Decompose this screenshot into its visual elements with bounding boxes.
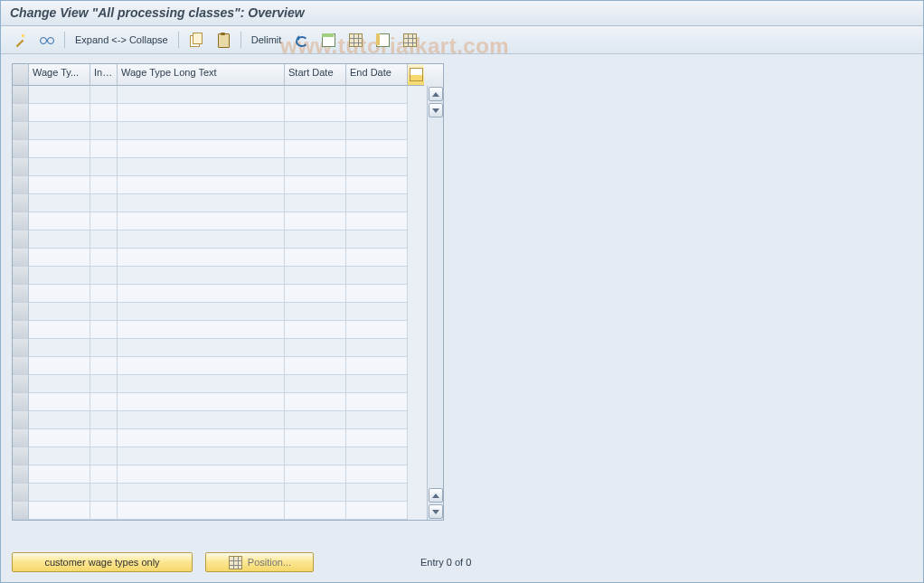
cell-start-date[interactable]: [285, 411, 346, 429]
cell-wage-type[interactable]: [29, 393, 90, 411]
row-selector[interactable]: [13, 267, 29, 285]
table-row[interactable]: [13, 212, 427, 230]
cell-end-date[interactable]: [346, 303, 408, 321]
cell-wage-type[interactable]: [29, 465, 90, 484]
cell-inf[interactable]: [90, 140, 118, 158]
cell-long-text[interactable]: [118, 158, 285, 176]
cell-start-date[interactable]: [285, 484, 346, 502]
cell-inf[interactable]: [90, 339, 118, 357]
cell-wage-type[interactable]: [29, 212, 90, 230]
cell-long-text[interactable]: [118, 267, 285, 285]
cell-long-text[interactable]: [118, 393, 285, 411]
cell-inf[interactable]: [90, 267, 118, 285]
cell-end-date[interactable]: [346, 158, 408, 176]
cell-inf[interactable]: [90, 321, 118, 339]
row-selector[interactable]: [13, 393, 29, 411]
deselect-all-button[interactable]: [371, 30, 394, 50]
cell-inf[interactable]: [90, 212, 118, 230]
table-row[interactable]: [13, 303, 427, 321]
cell-wage-type[interactable]: [29, 303, 90, 321]
cell-end-date[interactable]: [346, 267, 408, 285]
row-selector[interactable]: [13, 176, 29, 194]
cell-end-date[interactable]: [346, 393, 408, 411]
cell-start-date[interactable]: [285, 447, 346, 465]
cell-inf[interactable]: [90, 429, 118, 447]
details-button[interactable]: [35, 30, 59, 50]
cell-inf[interactable]: [90, 357, 118, 375]
col-end-date[interactable]: End Date: [346, 64, 408, 86]
row-selector[interactable]: [13, 158, 29, 176]
table-row[interactable]: [13, 104, 427, 122]
cell-inf[interactable]: [90, 447, 118, 465]
cell-start-date[interactable]: [285, 104, 346, 122]
cell-end-date[interactable]: [346, 140, 408, 158]
cell-long-text[interactable]: [118, 86, 285, 104]
cell-inf[interactable]: [90, 393, 118, 411]
cell-start-date[interactable]: [285, 465, 346, 484]
cell-start-date[interactable]: [285, 140, 346, 158]
cell-start-date[interactable]: [285, 321, 346, 339]
cell-long-text[interactable]: [118, 502, 285, 520]
row-selector[interactable]: [13, 104, 29, 122]
cell-end-date[interactable]: [346, 176, 408, 194]
cell-wage-type[interactable]: [29, 267, 90, 285]
table-row[interactable]: [13, 339, 427, 357]
cell-end-date[interactable]: [346, 249, 408, 267]
cell-long-text[interactable]: [118, 303, 285, 321]
cell-wage-type[interactable]: [29, 502, 90, 520]
cell-start-date[interactable]: [285, 176, 346, 194]
cell-wage-type[interactable]: [29, 321, 90, 339]
cell-start-date[interactable]: [285, 429, 346, 447]
cell-wage-type[interactable]: [29, 484, 90, 502]
cell-long-text[interactable]: [118, 339, 285, 357]
scrollbar-track[interactable]: [428, 118, 443, 487]
cell-long-text[interactable]: [118, 447, 285, 465]
cell-inf[interactable]: [90, 249, 118, 267]
cell-end-date[interactable]: [346, 502, 408, 520]
table-row[interactable]: [13, 86, 427, 104]
cell-inf[interactable]: [90, 285, 118, 303]
cell-wage-type[interactable]: [29, 375, 90, 393]
delimit-button[interactable]: Delimit: [247, 32, 287, 48]
expand-collapse-button[interactable]: Expand <-> Collapse: [71, 32, 173, 48]
cell-wage-type[interactable]: [29, 249, 90, 267]
table-row[interactable]: [13, 375, 427, 393]
cell-end-date[interactable]: [346, 429, 408, 447]
scroll-up-button[interactable]: [429, 87, 443, 101]
cell-wage-type[interactable]: [29, 285, 90, 303]
position-button[interactable]: Position...: [205, 552, 314, 572]
table-row[interactable]: [13, 194, 427, 212]
cell-inf[interactable]: [90, 375, 118, 393]
cell-end-date[interactable]: [346, 357, 408, 375]
row-selector[interactable]: [13, 230, 29, 249]
cell-wage-type[interactable]: [29, 86, 90, 104]
table-row[interactable]: [13, 176, 427, 194]
scroll-up-bottom-button[interactable]: [429, 488, 443, 503]
row-selector[interactable]: [13, 375, 29, 393]
cell-start-date[interactable]: [285, 357, 346, 375]
row-selector[interactable]: [13, 411, 29, 429]
scroll-down-button[interactable]: [429, 103, 443, 118]
row-selector[interactable]: [13, 140, 29, 158]
cell-wage-type[interactable]: [29, 140, 90, 158]
select-all-button[interactable]: [316, 30, 340, 50]
row-selector[interactable]: [13, 86, 29, 104]
cell-wage-type[interactable]: [29, 447, 90, 465]
cell-inf[interactable]: [90, 104, 118, 122]
cell-start-date[interactable]: [285, 122, 346, 140]
cell-wage-type[interactable]: [29, 194, 90, 212]
table-row[interactable]: [13, 158, 427, 176]
cell-start-date[interactable]: [285, 375, 346, 393]
cell-long-text[interactable]: [118, 285, 285, 303]
toggle-change-button[interactable]: [8, 30, 32, 50]
row-selector[interactable]: [13, 339, 29, 357]
table-row[interactable]: [13, 285, 427, 303]
table-row[interactable]: [13, 484, 427, 502]
customer-wage-types-button[interactable]: customer wage types only: [12, 552, 193, 572]
cell-wage-type[interactable]: [29, 230, 90, 249]
table-row[interactable]: [13, 321, 427, 339]
cell-long-text[interactable]: [118, 230, 285, 249]
table-row[interactable]: [13, 393, 427, 411]
cell-wage-type[interactable]: [29, 339, 90, 357]
row-selector[interactable]: [13, 465, 29, 484]
